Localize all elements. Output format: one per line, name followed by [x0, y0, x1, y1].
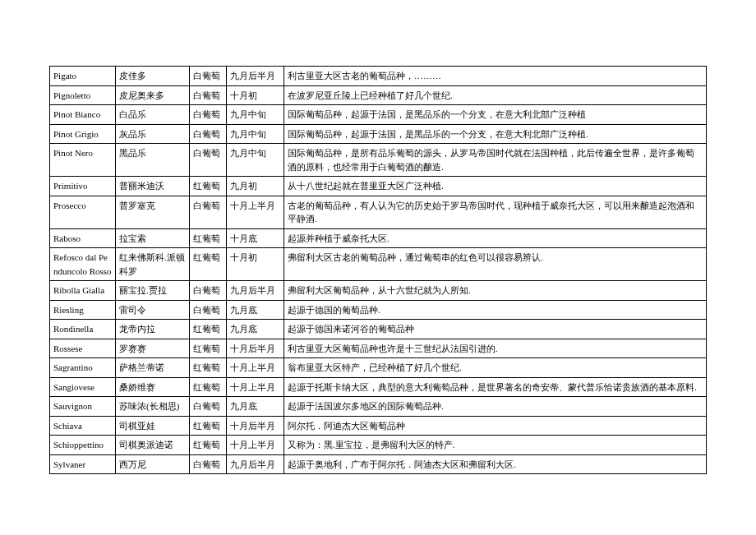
table-cell: 龙帝内拉 — [116, 320, 190, 339]
table-cell: 起源于托斯卡纳大区，典型的意大利葡萄品种，是世界著名的奇安蒂、蒙代普乐恰诺贵族酒… — [284, 377, 707, 397]
table-cell: Rondinella — [50, 320, 116, 339]
table-cell: 红葡萄 — [190, 177, 227, 196]
table-cell: Rossese — [50, 339, 116, 358]
table-cell: Pinot Bianco — [50, 105, 116, 125]
table-cell: 国际葡萄品种，起源于法国，是黑品乐的一个分支，在意大利北部广泛种植. — [284, 124, 707, 144]
table-cell: 十月后半月 — [227, 339, 284, 358]
table-cell: 白葡萄 — [190, 397, 227, 417]
table-cell: 丽宝拉.贾拉 — [116, 281, 190, 301]
table-cell: Refosco dal Penduncolo Rosso — [50, 248, 116, 281]
table-cell: 司棋奥派迪诺 — [116, 436, 190, 455]
table-row: Schiava司棋亚娃红葡萄十月后半月阿尔托．阿迪杰大区葡萄品种 — [50, 416, 707, 436]
table-cell: Raboso — [50, 228, 116, 248]
table-cell: 国际葡萄品种，起源于法国，是黑品乐的一个分支，在意大利北部广泛种植 — [284, 105, 707, 125]
table-row: Raboso拉宝索红葡萄十月底起源并种植于威奈托大区. — [50, 228, 707, 248]
table-cell: Pignoletto — [50, 85, 116, 105]
table-cell: Pinot Grigio — [50, 124, 116, 144]
table-cell: 十月初 — [227, 248, 284, 281]
table-cell: 九月中旬 — [227, 124, 284, 144]
table-cell: 九月中旬 — [227, 105, 284, 125]
table-cell: Ribolla Gialla — [50, 281, 116, 301]
table-cell: 红葡萄 — [190, 416, 227, 436]
table-row: Sagrantino萨格兰蒂诺红葡萄十月上半月翁布里亚大区特产，已经种植了好几个… — [50, 358, 707, 378]
table-cell: Sylvaner — [50, 454, 116, 474]
table-cell: 司棋亚娃 — [116, 416, 190, 436]
table-cell: 古老的葡萄品种，有人认为它的历史始于罗马帝国时代，现种植于威奈托大区，可以用来酿… — [284, 196, 707, 228]
table-row: Rondinella龙帝内拉红葡萄九月底起源于德国来诺河谷的葡萄品种 — [50, 320, 707, 339]
table-cell: 弗留利大区葡萄品种，从十六世纪就为人所知. — [284, 281, 707, 301]
table-row: Riesling雷司令白葡萄九月底起源于德国的葡萄品种. — [50, 300, 707, 320]
table-row: Primitivo普丽米迪沃红葡萄九月初从十八世纪起就在普里亚大区广泛种植. — [50, 177, 707, 196]
table-cell: 国际葡萄品种，是所有品乐葡萄的源头，从罗马帝国时代就在法国种植，此后传遍全世界，… — [284, 144, 707, 177]
table-cell: 桑娇维赛 — [116, 377, 190, 397]
table-cell: 灰品乐 — [116, 124, 190, 144]
table-row: Sauvignon苏味浓(长相思)白葡萄九月底起源于法国波尔多地区的国际葡萄品种… — [50, 397, 707, 417]
table-cell: 弗留利大区古老的葡萄品种，通过葡萄串的红色可以很容易辨认. — [284, 248, 707, 281]
table-cell: Prosecco — [50, 196, 116, 228]
table-cell: 九月底 — [227, 300, 284, 320]
table-row: Pinot Grigio灰品乐白葡萄九月中旬国际葡萄品种，起源于法国，是黑品乐的… — [50, 124, 707, 144]
table-cell: 十月底 — [227, 228, 284, 248]
table-cell: 罗赛赛 — [116, 339, 190, 358]
table-cell: 从十八世纪起就在普里亚大区广泛种植. — [284, 177, 707, 196]
table-cell: 起源于德国的葡萄品种. — [284, 300, 707, 320]
table-cell: 十月上半月 — [227, 358, 284, 378]
table-cell: 白葡萄 — [190, 281, 227, 301]
table-row: Pigato皮佳多白葡萄九月后半月利古里亚大区古老的葡萄品种，……… — [50, 67, 707, 86]
table-cell: 在波罗尼亚丘陵上已经种植了好几个世纪. — [284, 85, 707, 105]
table-cell: 起源于奥地利，广布于阿尔托．阿迪杰大区和弗留利大区. — [284, 454, 707, 474]
table-cell: 苏味浓(长相思) — [116, 397, 190, 417]
table-cell: 白葡萄 — [190, 85, 227, 105]
table-cell: 黑品乐 — [116, 144, 190, 177]
table-cell: Pigato — [50, 67, 116, 86]
table-cell: 利古里亚大区古老的葡萄品种，……… — [284, 67, 707, 86]
table-body: Pigato皮佳多白葡萄九月后半月利古里亚大区古老的葡萄品种，………Pignol… — [50, 67, 707, 474]
table-cell: 红葡萄 — [190, 436, 227, 455]
table-cell: 普罗塞克 — [116, 196, 190, 228]
table-cell: 九月底 — [227, 320, 284, 339]
table-cell: 十月上半月 — [227, 377, 284, 397]
table-cell: 九月后半月 — [227, 454, 284, 474]
table-cell: Schiava — [50, 416, 116, 436]
table-row: Sylvaner西万尼白葡萄九月后半月起源于奥地利，广布于阿尔托．阿迪杰大区和弗… — [50, 454, 707, 474]
table-row: Sangiovese桑娇维赛红葡萄十月上半月起源于托斯卡纳大区，典型的意大利葡萄… — [50, 377, 707, 397]
table-cell: 红葡萄 — [190, 248, 227, 281]
table-row: Pinot Nero黑品乐白葡萄九月中旬国际葡萄品种，是所有品乐葡萄的源头，从罗… — [50, 144, 707, 177]
table-cell: 白葡萄 — [190, 454, 227, 474]
table-cell: 十月上半月 — [227, 196, 284, 228]
table-cell: 十月初 — [227, 85, 284, 105]
table-cell: Primitivo — [50, 177, 116, 196]
table-cell: Pinot Nero — [50, 144, 116, 177]
table-cell: 红葡萄 — [190, 228, 227, 248]
table-row: Prosecco普罗塞克白葡萄十月上半月古老的葡萄品种，有人认为它的历史始于罗马… — [50, 196, 707, 228]
table-cell: 西万尼 — [116, 454, 190, 474]
table-cell: 九月中旬 — [227, 144, 284, 177]
grape-varieties-table: Pigato皮佳多白葡萄九月后半月利古里亚大区古老的葡萄品种，………Pignol… — [49, 66, 707, 474]
table-cell: 白葡萄 — [190, 300, 227, 320]
table-row: Rossese罗赛赛红葡萄十月后半月利古里亚大区葡萄品种也许是十三世纪从法国引进… — [50, 339, 707, 358]
table-cell: Schioppettino — [50, 436, 116, 455]
table-cell: Sagrantino — [50, 358, 116, 378]
table-cell: 起源于法国波尔多地区的国际葡萄品种. — [284, 397, 707, 417]
table-cell: 红来佛斯科.派顿科罗 — [116, 248, 190, 281]
table-cell: 十月上半月 — [227, 436, 284, 455]
table-cell: 白葡萄 — [190, 124, 227, 144]
table-row: Pignoletto皮尼奥来多白葡萄十月初在波罗尼亚丘陵上已经种植了好几个世纪. — [50, 85, 707, 105]
table-row: Schioppettino司棋奥派迪诺红葡萄十月上半月又称为：黑.里宝拉，是弗留… — [50, 436, 707, 455]
table-cell: 白葡萄 — [190, 196, 227, 228]
table-cell: 九月底 — [227, 397, 284, 417]
table-cell: 红葡萄 — [190, 339, 227, 358]
table-cell: 九月后半月 — [227, 67, 284, 86]
table-cell: Sangiovese — [50, 377, 116, 397]
table-cell: 皮佳多 — [116, 67, 190, 86]
table-cell: 十月后半月 — [227, 416, 284, 436]
table-row: Refosco dal Penduncolo Rosso红来佛斯科.派顿科罗红葡… — [50, 248, 707, 281]
table-cell: 拉宝索 — [116, 228, 190, 248]
table-cell: Riesling — [50, 300, 116, 320]
table-cell: 白葡萄 — [190, 144, 227, 177]
table-cell: 起源于德国来诺河谷的葡萄品种 — [284, 320, 707, 339]
table-cell: 起源并种植于威奈托大区. — [284, 228, 707, 248]
table-cell: 白葡萄 — [190, 105, 227, 125]
table-cell: 阿尔托．阿迪杰大区葡萄品种 — [284, 416, 707, 436]
table-cell: 白葡萄 — [190, 67, 227, 86]
